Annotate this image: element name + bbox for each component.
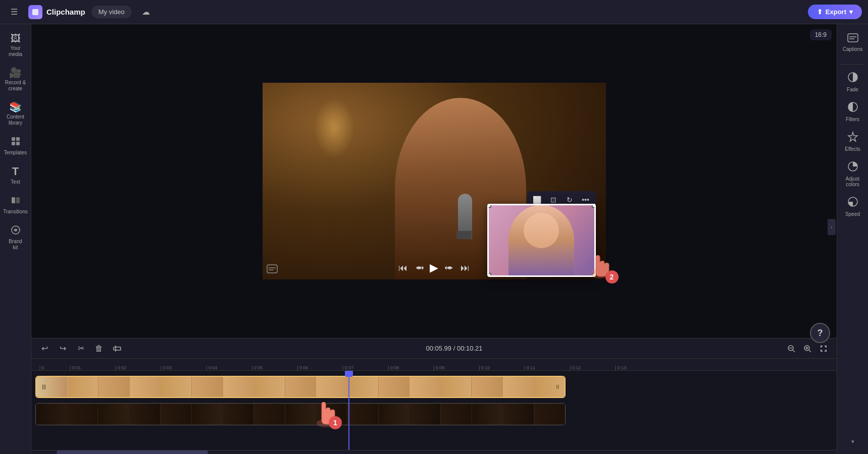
svg-rect-22: [848, 34, 858, 42]
timeline-toolbar: ↩ ↪ ✂ 🗑 00:05.99 / 00:10.21: [31, 338, 837, 359]
zoom-in-button[interactable]: [800, 342, 814, 356]
rs-adjust-colors-label: Adjustcolors: [846, 176, 860, 187]
timeline-tracks: ⏸: [31, 371, 837, 450]
clip-end-icon: ⏸: [554, 383, 560, 390]
svg-rect-12: [114, 347, 121, 350]
sidebar-item-content-library[interactable]: 📚 Contentlibrary: [1, 98, 30, 130]
skip-forward-button[interactable]: ⏭: [461, 263, 470, 273]
content-library-icon: 📚: [9, 102, 22, 112]
svg-rect-9: [267, 265, 277, 273]
aspect-ratio-badge[interactable]: 16:9: [810, 29, 832, 40]
timeline-scrollbar[interactable]: [31, 450, 837, 454]
sidebar-item-record-create[interactable]: 🎥 Record &create: [1, 64, 30, 96]
rs-filters[interactable]: Filters: [838, 97, 867, 126]
resize-handle-top-right[interactable]: [592, 204, 596, 208]
timeline-area: ↩ ↪ ✂ 🗑 00:05.99 / 00:10.21: [31, 338, 837, 454]
right-sidebar: Captions Fade Filters Effects Adjustcol: [837, 24, 868, 454]
playhead[interactable]: [348, 371, 349, 450]
track-row-1: ⏸: [31, 375, 837, 399]
svg-line-20: [809, 350, 811, 352]
rs-fade-label: Fade: [847, 87, 858, 92]
clip-pause-icon: ⏸: [40, 383, 47, 391]
sidebar-item-transitions[interactable]: Transitions: [1, 191, 30, 219]
pip-overlay[interactable]: [487, 204, 596, 277]
play-button[interactable]: ▶: [430, 261, 438, 274]
fade-icon: [847, 72, 858, 85]
sidebar-item-text[interactable]: T Text: [1, 162, 30, 189]
export-button[interactable]: ⬆ Export ▾: [808, 5, 862, 19]
sidebar-label-transitions: Transitions: [3, 209, 28, 215]
sidebar-label-record-create: Record &create: [5, 80, 26, 92]
sidebar-label-templates: Templates: [4, 150, 27, 156]
sidebar-collapse-arrow[interactable]: ‹: [828, 219, 836, 235]
scrollbar-thumb[interactable]: [57, 450, 208, 454]
help-button[interactable]: ?: [810, 323, 830, 343]
your-media-icon: 🖼: [11, 33, 21, 43]
rs-effects[interactable]: Effects: [838, 127, 867, 156]
filters-icon: [847, 101, 858, 115]
svg-rect-0: [32, 9, 38, 15]
zoom-out-button[interactable]: [784, 342, 798, 356]
rs-speed[interactable]: Speed: [838, 192, 867, 221]
svg-rect-4: [16, 142, 20, 145]
sidebar-item-brand-kit[interactable]: Brandkit: [1, 221, 30, 255]
preview-container: ⬜ ⊡ ↻ •••: [263, 83, 606, 279]
video-preview: ⬜ ⊡ ↻ •••: [31, 24, 837, 338]
cloud-icon[interactable]: ☁: [138, 4, 154, 20]
hamburger-icon[interactable]: ☰: [6, 4, 22, 20]
text-icon: T: [12, 166, 19, 177]
redo-button[interactable]: ↪: [56, 342, 70, 356]
export-icon: ⬆: [817, 8, 823, 16]
rs-speed-label: Speed: [845, 211, 860, 217]
captions-preview-button[interactable]: [267, 264, 278, 275]
transitions-icon: [11, 195, 21, 207]
rs-captions[interactable]: Captions: [838, 29, 867, 56]
cursor-annotation-1: 1: [312, 394, 342, 431]
sidebar-item-your-media[interactable]: 🖼 Your media: [1, 29, 30, 62]
svg-rect-1: [12, 137, 15, 141]
cut-button[interactable]: ✂: [74, 342, 88, 356]
delete-button[interactable]: 🗑: [92, 342, 106, 356]
logo-icon: [28, 5, 42, 19]
detach-audio-button[interactable]: [110, 342, 124, 356]
sidebar-label-text: Text: [11, 179, 20, 185]
center-area: ⬜ ⊡ ↻ •••: [31, 24, 837, 454]
skip-back-button[interactable]: ⏮: [398, 263, 407, 273]
rs-adjust-colors[interactable]: Adjustcolors: [838, 157, 867, 191]
video-tab[interactable]: My video: [91, 6, 132, 18]
timeline-time-display: 00:05.99 / 00:10.21: [426, 345, 482, 352]
cursor-annotation-2: 2: [586, 247, 616, 285]
effects-icon: [847, 131, 858, 145]
rs-captions-label: Captions: [843, 46, 862, 52]
adjust-colors-icon: [847, 161, 858, 175]
playhead-handle[interactable]: [345, 371, 353, 377]
sidebar-collapse-button[interactable]: ▾: [847, 434, 858, 449]
undo-button[interactable]: ↩: [37, 342, 52, 356]
forward-button[interactable]: [444, 263, 454, 273]
captions-icon: [847, 33, 858, 45]
left-sidebar: 🖼 Your media 🎥 Record &create 📚 Contentl…: [0, 24, 31, 454]
rs-effects-label: Effects: [845, 146, 860, 152]
sidebar-label-your-media: Your media: [3, 45, 28, 58]
svg-rect-5: [12, 197, 15, 203]
rewind-button[interactable]: [414, 263, 424, 273]
fit-timeline-button[interactable]: [816, 342, 831, 356]
svg-rect-2: [16, 137, 20, 141]
clip-top[interactable]: ⏸: [35, 376, 566, 398]
sidebar-item-templates[interactable]: Templates: [1, 132, 30, 160]
rs-fade[interactable]: Fade: [838, 68, 867, 96]
annotation-badge-2: 2: [605, 270, 619, 283]
svg-line-16: [793, 350, 795, 352]
record-create-icon: 🎥: [9, 68, 22, 78]
resize-handle-bottom-left[interactable]: [487, 273, 491, 277]
export-chevron: ▾: [849, 8, 853, 16]
pip-content: [489, 205, 594, 275]
annotation-badge-1: 1: [329, 416, 342, 429]
track-row-2: 1: [31, 402, 837, 426]
resize-handle-top-left[interactable]: [487, 204, 491, 208]
timeline-ruler: | 0 | 0:01 | 0:02 | 0:03 | 0:04 | 0:05 |…: [31, 359, 837, 371]
clip-bottom[interactable]: [35, 403, 566, 425]
templates-icon: [11, 136, 21, 148]
svg-rect-3: [12, 142, 15, 145]
sidebar-label-content-library: Contentlibrary: [7, 114, 24, 126]
